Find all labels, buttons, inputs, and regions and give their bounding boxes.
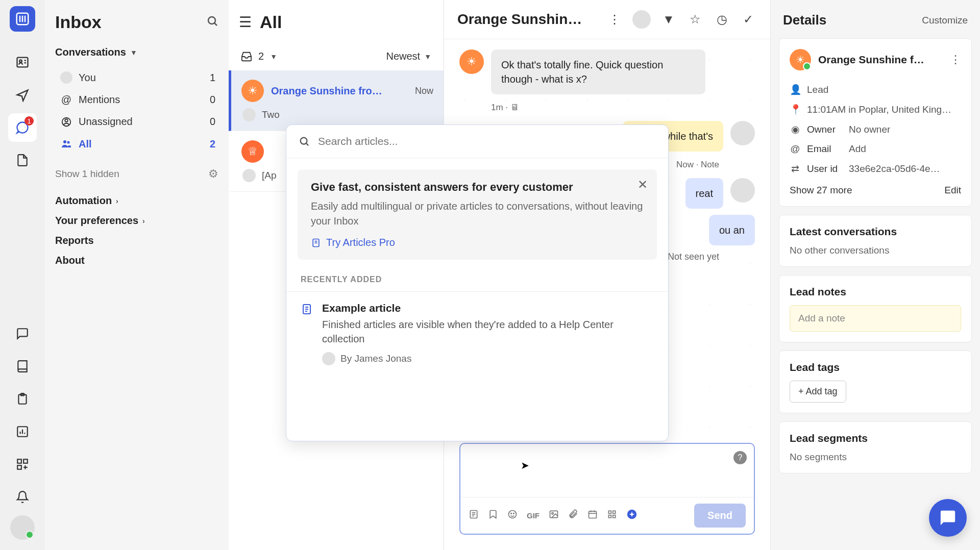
inbox-badge: 1 <box>24 116 34 126</box>
email-value[interactable]: Add <box>849 143 961 155</box>
app-logo[interactable] <box>10 6 35 32</box>
sort-dropdown[interactable]: Newest ▼ <box>386 51 431 62</box>
conversation-preview: [Ap <box>262 170 277 181</box>
close-conversation-icon[interactable]: ✓ <box>740 12 757 27</box>
article-title: Example article <box>322 302 654 314</box>
attachment-icon[interactable] <box>568 509 578 522</box>
reports-link[interactable]: Reports <box>55 235 218 246</box>
show-more-button[interactable]: Show 27 more <box>790 185 852 196</box>
lead-name[interactable]: Orange Sunshine f… <box>818 54 943 66</box>
about-link[interactable]: About <box>55 255 218 266</box>
author-avatar <box>322 352 335 365</box>
conversations-section[interactable]: Conversations ▼ <box>55 46 218 58</box>
star-icon[interactable]: ☆ <box>687 12 704 27</box>
userid-value: 33e6e2ca-05d6-4e… <box>849 163 961 174</box>
sidebar-title: Inbox <box>55 12 102 32</box>
card-title: Lead segments <box>790 432 961 444</box>
edit-button[interactable]: Edit <box>944 185 961 196</box>
sidebar-item-you[interactable]: You 1 <box>55 66 218 89</box>
conversation-item[interactable]: ☀ Orange Sunshine fro… Now Two <box>229 70 444 131</box>
preferences-section[interactable]: Your preferences› <box>55 215 218 227</box>
sidebar-item-mentions[interactable]: @ Mentions 0 <box>55 89 218 111</box>
svg-point-31 <box>513 513 514 514</box>
operator-icon[interactable] <box>626 509 638 523</box>
customize-button[interactable]: Customize <box>922 15 968 26</box>
bookmark-icon[interactable] <box>488 509 498 522</box>
emoji-icon[interactable] <box>507 509 518 522</box>
add-note-input[interactable]: Add a note <box>790 305 961 332</box>
apps-icon[interactable] <box>607 509 617 522</box>
article-item[interactable]: Example article Finished articles are vi… <box>286 291 668 380</box>
gif-icon[interactable]: GIF <box>527 511 540 520</box>
search-icon <box>299 136 310 147</box>
composer[interactable]: ? GIF Send <box>459 443 755 535</box>
userid-label: User id <box>807 163 843 174</box>
article-search-popover: ✕ Give fast, consistent answers for ever… <box>286 124 669 441</box>
sidebar-item-count: 1 <box>210 72 215 84</box>
close-icon[interactable]: ✕ <box>638 178 648 192</box>
svg-rect-16 <box>17 465 21 469</box>
assignee-dropdown-icon[interactable]: ▼ <box>660 12 677 27</box>
automation-section[interactable]: Automation› <box>55 195 218 207</box>
unassigned-icon <box>58 116 75 128</box>
rail-clipboard-icon[interactable] <box>8 385 37 413</box>
help-icon[interactable]: ? <box>733 451 747 464</box>
empty-state: No other conversations <box>790 245 961 256</box>
card-title: Latest conversations <box>790 226 961 238</box>
sidebar-item-label: Unassigned <box>79 116 210 128</box>
sidebar-item-count: 2 <box>210 138 215 150</box>
user-avatar[interactable] <box>10 515 35 540</box>
empty-state: No segments <box>790 452 961 463</box>
article-insert-icon[interactable] <box>469 509 479 522</box>
svg-rect-15 <box>23 459 28 463</box>
open-count: 2 <box>258 51 264 62</box>
sender-avatar: ☀ <box>459 49 484 74</box>
image-icon[interactable] <box>549 509 559 522</box>
message-meta: 1m · 🖥 <box>459 101 755 121</box>
calendar-icon[interactable] <box>587 509 598 522</box>
open-filter[interactable]: 2 ▼ <box>241 51 277 62</box>
svg-rect-39 <box>613 511 616 513</box>
gear-icon[interactable]: ⚙ <box>208 167 218 181</box>
svg-rect-34 <box>589 511 597 518</box>
inbox-sidebar: Inbox Conversations ▼ You 1 @ Mentions 0… <box>45 0 229 550</box>
rail-bell-icon[interactable] <box>8 483 37 511</box>
list-toggle-icon[interactable]: ☰ <box>239 14 252 31</box>
rail-apps-icon[interactable] <box>8 450 37 479</box>
try-articles-pro-link[interactable]: Try Articles Pro <box>311 237 644 248</box>
rail-book-icon[interactable] <box>8 352 37 381</box>
assignee-avatar[interactable] <box>632 10 651 29</box>
document-icon <box>311 238 321 248</box>
lead-segments-card: Lead segments No segments <box>779 421 972 473</box>
rail-inbox-icon[interactable]: 1 <box>8 113 37 142</box>
sidebar-item-all[interactable]: All 2 <box>55 133 218 155</box>
more-icon[interactable]: ⋮ <box>606 12 623 27</box>
email-label: Email <box>807 143 843 155</box>
card-title: Lead tags <box>790 361 961 373</box>
messenger-launcher[interactable] <box>929 499 967 537</box>
svg-point-22 <box>65 119 68 122</box>
rail-outbound-icon[interactable] <box>8 81 37 109</box>
snooze-icon[interactable]: ◷ <box>713 12 730 27</box>
chevron-down-icon: ▼ <box>270 53 277 61</box>
svg-rect-40 <box>608 515 611 517</box>
rail-articles-icon[interactable] <box>8 146 37 174</box>
rail-reports-icon[interactable] <box>8 417 37 446</box>
add-tag-button[interactable]: + Add tag <box>790 381 846 403</box>
rail-chat-icon[interactable] <box>8 319 37 348</box>
icon-rail: 1 <box>0 0 45 550</box>
userid-icon: ⇄ <box>790 163 801 174</box>
sidebar-item-label: Mentions <box>79 94 210 106</box>
sidebar-item-unassigned[interactable]: Unassigned 0 <box>55 111 218 133</box>
svg-line-44 <box>306 143 309 146</box>
search-icon[interactable] <box>206 15 218 30</box>
more-icon[interactable]: ⋮ <box>950 53 961 66</box>
lead-location: 11:01AM in Poplar, United King… <box>807 104 961 115</box>
lead-tags-card: Lead tags + Add tag <box>779 351 972 413</box>
send-button[interactable]: Send <box>694 504 746 528</box>
owner-value[interactable]: No owner <box>849 124 961 135</box>
show-hidden-button[interactable]: Show 1 hidden <box>55 168 119 180</box>
conversation-avatar: ☀ <box>241 80 264 102</box>
article-search-input[interactable] <box>318 135 656 147</box>
rail-contacts-icon[interactable] <box>8 48 37 77</box>
